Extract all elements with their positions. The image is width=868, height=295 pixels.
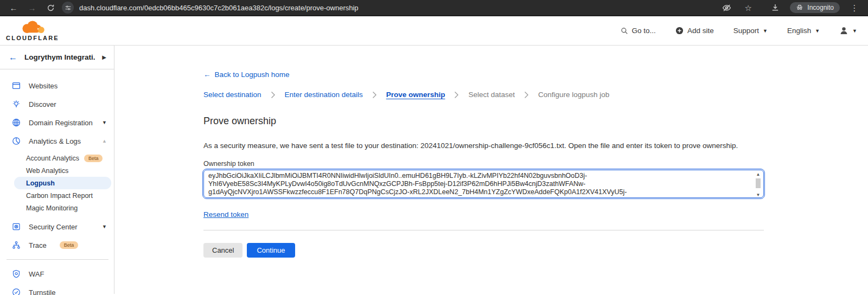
chevron-right-icon [454,91,459,99]
sidebar-item-label: Domain Registration [29,119,93,127]
step-select-dataset[interactable]: Select dataset [468,91,515,99]
plus-circle-icon [675,27,684,35]
chevron-down-icon: ▼ [102,120,107,125]
sidebar-subitem-web-analytics[interactable]: Web Analytics [0,164,114,177]
cloudflare-logo[interactable]: CLOUDFLARE [7,20,59,41]
bookmark-star-icon[interactable]: ☆ [741,1,755,14]
textarea-scrollbar[interactable]: ▲ ▼ [755,172,762,198]
resend-token-link[interactable]: Resend token [203,210,248,219]
sidebar-subitem-account-analytics[interactable]: Account Analytics Beta [0,152,114,164]
chevron-right-icon [524,91,529,99]
chevron-down-icon: ▼ [763,28,768,34]
scrollbar-track[interactable] [755,177,762,193]
scrollbar-thumb[interactable] [756,178,761,188]
sidebar-subitem-label: Logpush [26,179,55,187]
beta-badge: Beta [60,241,79,249]
chevron-right-icon [372,91,377,99]
address-bar[interactable]: dash.cloudflare.com/0edcb06bb465c9630c7c… [62,2,715,14]
back-arrow-icon[interactable]: ← [9,53,17,62]
scroll-down-icon[interactable]: ▼ [756,193,761,198]
language-label: English [787,27,811,35]
step-prove-ownership[interactable]: Prove ownership [386,91,445,99]
back-arrow-icon: ← [203,70,211,79]
page-title: Prove ownership [203,116,868,127]
sidebar-item-label: WAF [29,270,44,278]
globe-icon [12,118,21,127]
incognito-label: Incognito [807,4,834,11]
shield-icon [12,270,21,278]
sidebar-item-turnstile[interactable]: Turnstile [0,283,114,295]
sidebar-item-trace[interactable]: Trace Beta [0,236,114,254]
cancel-button[interactable]: Cancel [203,243,242,258]
chevron-down-icon: ▼ [815,28,820,34]
back-to-logpush-link[interactable]: ← Back to Logpush home [203,70,290,79]
sidebar-item-label: Analytics & Logs [29,137,81,145]
sidebar: ← Logrythym Integrati... ▶ Websites Disc… [0,46,114,294]
sidebar-divider [7,259,108,260]
wizard-steps: Select destination Enter destination det… [203,91,868,99]
sidebar-item-label: Discover [29,100,56,108]
cloudflare-wordmark: CLOUDFLARE [6,35,59,41]
sidebar-item-label: Turnstile [29,288,55,295]
continue-button[interactable]: Continue [247,243,295,258]
sidebar-subitem-logpush[interactable]: Logpush [14,177,111,189]
user-icon [839,26,848,35]
add-site-button[interactable]: Add site [675,27,714,35]
sidebar-item-label: Websites [29,82,58,90]
sidebar-subitem-label: Web Analytics [26,167,68,175]
goto-label: Go to... [632,27,656,35]
browser-toolbar: ← → dash.cloudflare.com/0edcb06bb465c963… [0,0,868,16]
account-menu[interactable]: ▼ [839,26,857,35]
url-text[interactable]: dash.cloudflare.com/0edcb06bb465c9630c7c… [79,4,359,12]
language-menu[interactable]: English ▼ [787,27,820,35]
step-enter-destination-details[interactable]: Enter destination details [285,91,363,99]
sidebar-item-security-center[interactable]: Security Center ▼ [0,217,114,236]
sidebar-item-label: Security Center [29,223,78,231]
pie-chart-icon [12,137,21,145]
chevron-down-icon: ▼ [102,224,107,229]
goto-search[interactable]: Go to... [621,27,656,35]
cloudflare-cloud-icon [15,20,50,34]
browser-back-icon[interactable]: ← [7,1,21,14]
browser-forward-icon[interactable]: → [25,1,39,14]
safe-icon [12,222,21,231]
sidebar-subitem-label: Magic Monitoring [26,204,78,212]
account-name: Logrythym Integrati... [24,53,95,61]
main-content: ← Back to Logpush home Select destinatio… [114,46,868,294]
eye-off-icon[interactable] [719,1,733,14]
sidebar-subitem-magic-monitoring[interactable]: Magic Monitoring [0,202,114,214]
support-label: Support [733,27,759,35]
section-divider [203,230,764,230]
app-header: CLOUDFLARE Go to... Add site Support ▼ E… [0,16,868,46]
download-icon[interactable] [768,1,782,14]
chevron-right-icon[interactable]: ▶ [102,54,106,60]
chevron-right-icon [271,91,276,99]
support-menu[interactable]: Support ▼ [733,27,768,35]
sidebar-item-domain-registration[interactable]: Domain Registration ▼ [0,113,114,132]
search-icon [621,27,628,35]
browser-reload-icon[interactable] [43,1,58,14]
incognito-badge: Incognito [790,2,840,13]
account-switcher[interactable]: ← Logrythym Integrati... ▶ [0,46,114,69]
scroll-up-icon[interactable]: ▲ [756,172,761,177]
ownership-token-label: Ownership token [203,160,868,168]
chevron-down-icon: ▼ [852,28,857,34]
step-configure-logpush-job[interactable]: Configure logpush job [538,91,609,99]
sidebar-item-waf[interactable]: WAF [0,265,114,283]
site-info-icon[interactable] [62,2,74,14]
chevron-up-icon: ▲ [102,138,107,144]
add-site-label: Add site [687,27,714,35]
back-link-label: Back to Logpush home [215,70,290,79]
sidebar-subitem-carbon-impact-report[interactable]: Carbon Impact Report [0,189,114,202]
check-circle-icon [12,288,21,295]
description-text: As a security measure, we have sent a te… [203,142,868,150]
browser-menu-icon[interactable]: ⋮ [847,1,861,14]
sidebar-subitem-label: Carbon Impact Report [26,192,93,200]
sidebar-item-analytics-logs[interactable]: Analytics & Logs ▲ [0,132,114,150]
sidebar-item-discover[interactable]: Discover [0,95,114,113]
sidebar-item-websites[interactable]: Websites [0,76,114,95]
sidebar-item-label: Trace [29,241,47,249]
ownership-token-input[interactable]: eyJhbGciOiJkaXIiLCJlbmMiOiJBMTI4R0NNIiwi… [203,170,764,198]
window-icon [12,81,21,90]
step-select-destination[interactable]: Select destination [203,91,261,99]
